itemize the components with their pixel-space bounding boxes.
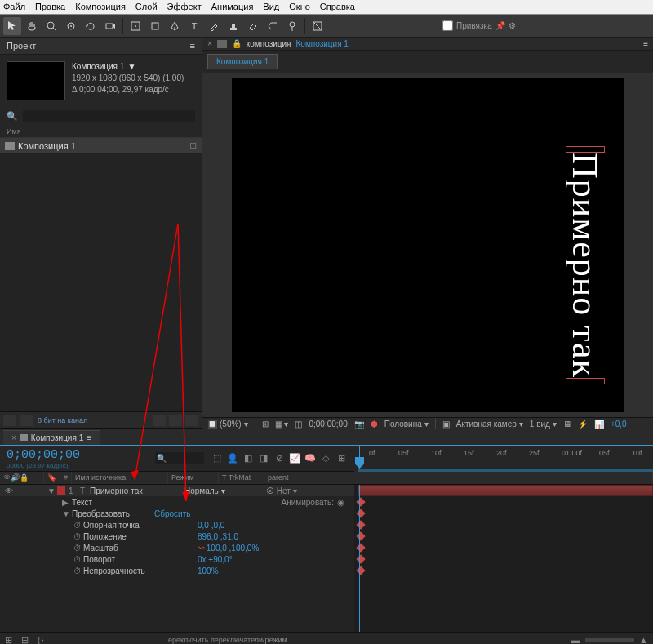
composition-name[interactable]: Композиция 1 xyxy=(72,61,124,73)
anchor-value[interactable]: 0,0 ,0,0 xyxy=(198,521,224,530)
current-time[interactable]: 0;00;00;00 xyxy=(309,420,347,429)
dropdown-icon[interactable]: ▼ xyxy=(127,61,135,73)
parent-dropdown[interactable]: Нет xyxy=(277,486,291,495)
pin-tool[interactable] xyxy=(283,17,301,35)
scale-value[interactable]: ⚯ 100,0 ,100,0% xyxy=(198,544,259,553)
mask-toggle-icon[interactable]: ◫ xyxy=(295,420,302,429)
name-column-header[interactable]: Имя xyxy=(0,126,202,138)
snap-options-icon[interactable]: ⚙ xyxy=(509,21,516,30)
roto-tool[interactable] xyxy=(264,17,282,35)
layer-name[interactable]: Примерно так xyxy=(90,486,184,495)
brainstorm-icon[interactable]: 🧠 xyxy=(304,452,317,465)
toggle-in-out-button[interactable]: ⊟ xyxy=(21,635,33,645)
stopwatch-icon[interactable]: ⏱ xyxy=(73,544,83,553)
close-icon[interactable]: × xyxy=(11,433,16,442)
project-item-row[interactable]: Композиция 1 ⊡ xyxy=(0,138,202,153)
position-row[interactable]: ⏱ Положение 896,0 ,31,0 xyxy=(0,531,354,542)
new-comp-button[interactable] xyxy=(169,415,182,426)
layer-row[interactable]: 👁 ▼ 1 T Примерно так Нормаль ▾ ⦿ Нет ▾ xyxy=(0,485,354,496)
keyframe-icon[interactable] xyxy=(356,554,365,563)
fast-preview-icon[interactable]: ⚡ xyxy=(578,420,588,429)
zoom-out-icon[interactable]: ▬ xyxy=(571,635,580,645)
draft3d-icon[interactable]: ◧ xyxy=(242,452,255,465)
timeline-search-input[interactable] xyxy=(155,452,204,464)
keyframe-icon[interactable] xyxy=(356,531,365,540)
switches-icon[interactable]: ⊞ xyxy=(335,452,348,465)
bit-depth-label[interactable]: 8 бит на канал xyxy=(38,416,87,424)
zoom-in-icon[interactable]: ▲ xyxy=(639,635,648,645)
brush-tool[interactable] xyxy=(205,17,223,35)
timeline-tracks[interactable] xyxy=(354,485,653,632)
resolution-icon[interactable]: ⊞ xyxy=(262,420,269,429)
frame-blend-icon[interactable]: ◨ xyxy=(257,452,270,465)
rotation-value[interactable]: 0x +90,0° xyxy=(198,555,233,564)
anchor-point-row[interactable]: ⏱ Опорная точка 0,0 ,0,0 xyxy=(0,519,354,531)
menu-view[interactable]: Вид xyxy=(263,2,279,12)
rotation-row[interactable]: ⏱ Поворот 0x +90,0° xyxy=(0,553,354,565)
motion-blur-icon[interactable]: ⊘ xyxy=(273,452,286,465)
animate-add-icon[interactable]: ◉ xyxy=(337,498,344,507)
shy-icon[interactable]: 👤 xyxy=(226,452,239,465)
project-search-input[interactable] xyxy=(23,110,195,122)
channel-icon[interactable]: ⬢ xyxy=(371,420,378,429)
snapshot-icon[interactable]: 📷 xyxy=(354,420,364,429)
position-value[interactable]: 896,0 ,31,0 xyxy=(198,532,238,541)
interpret-footage-button[interactable] xyxy=(3,415,16,426)
text-layer-preview[interactable]: Примерно так xyxy=(564,153,606,378)
delete-button[interactable] xyxy=(185,415,198,426)
keyframe-icon[interactable] xyxy=(356,497,365,506)
time-ruler[interactable]: 0f 05f 10f 15f 20f 25f 01:00f 05f 10f xyxy=(354,446,653,472)
current-timecode[interactable]: 0;00;00;00 xyxy=(7,448,80,462)
keyframe-icon[interactable] xyxy=(356,509,365,517)
trkmat-column[interactable]: T TrkMat xyxy=(219,472,264,484)
composition-canvas[interactable]: Примерно так xyxy=(232,78,624,412)
graph-editor-icon[interactable]: 📈 xyxy=(288,452,301,465)
anchor-tool[interactable] xyxy=(127,17,144,35)
work-area-bar[interactable] xyxy=(358,469,653,472)
camera-dropdown[interactable]: Активная камер ▾ xyxy=(456,420,523,429)
comp-mini-icon[interactable]: ⬚ xyxy=(211,452,224,465)
auto-keyframe-icon[interactable]: ◇ xyxy=(319,452,332,465)
visibility-toggle[interactable]: 👁 xyxy=(3,486,15,495)
num-column[interactable]: # xyxy=(60,472,72,484)
menu-layer[interactable]: Слой xyxy=(135,2,158,12)
stopwatch-icon[interactable]: ⏱ xyxy=(73,566,83,575)
animate-menu[interactable]: Анимировать: xyxy=(282,498,334,507)
pen-tool[interactable] xyxy=(166,17,184,35)
new-folder-button[interactable] xyxy=(153,415,166,426)
zoom-tool[interactable] xyxy=(42,17,60,35)
magnification-dropdown[interactable]: 🔲 (50%) ▾ xyxy=(207,420,248,429)
composition-thumbnail[interactable] xyxy=(7,61,65,100)
menu-file[interactable]: Файл xyxy=(3,2,25,12)
parent-column[interactable]: parent xyxy=(264,472,653,484)
stamp-tool[interactable] xyxy=(224,17,242,35)
shape-tool[interactable] xyxy=(146,17,164,35)
stopwatch-icon[interactable]: ⏱ xyxy=(73,521,83,530)
opacity-row[interactable]: ⏱ Непрозрачность 100% xyxy=(0,565,354,576)
selection-tool[interactable] xyxy=(3,17,21,35)
viewer-close-icon[interactable]: × xyxy=(207,39,212,48)
panel-menu-icon[interactable]: ≡ xyxy=(643,39,648,48)
menu-animation[interactable]: Анимация xyxy=(211,2,254,12)
twirl-icon[interactable]: ▶ xyxy=(62,498,72,507)
text-tool[interactable]: T xyxy=(185,17,203,35)
project-tab[interactable]: Проект xyxy=(7,41,36,51)
zoom-slider[interactable] xyxy=(585,638,634,642)
views-dropdown[interactable]: 1 вид ▾ xyxy=(530,420,557,429)
orbit-tool[interactable] xyxy=(62,17,80,35)
mask-mode-icon[interactable] xyxy=(309,17,326,35)
snap-pin-icon[interactable]: 📌 xyxy=(495,21,505,30)
source-column[interactable]: Имя источника xyxy=(72,472,168,484)
text-group-row[interactable]: ▶ Текст Анимировать: ◉ xyxy=(0,496,354,508)
blend-mode-dropdown[interactable]: Нормаль xyxy=(184,486,219,495)
rotate-tool[interactable] xyxy=(82,17,100,35)
menu-effect[interactable]: Эффект xyxy=(167,2,202,12)
panel-menu-icon[interactable]: ≡ xyxy=(190,41,195,51)
twirl-icon[interactable]: ▼ xyxy=(47,486,57,495)
menu-help[interactable]: Справка xyxy=(320,2,355,12)
bit-depth-button[interactable] xyxy=(20,415,33,426)
panel-menu-icon[interactable]: ≡ xyxy=(87,433,91,442)
mode-column[interactable]: Режим xyxy=(168,472,219,484)
toggle-switches-label[interactable]: ереключить переключатели/режим xyxy=(168,636,287,644)
camera-tool[interactable] xyxy=(101,17,119,35)
